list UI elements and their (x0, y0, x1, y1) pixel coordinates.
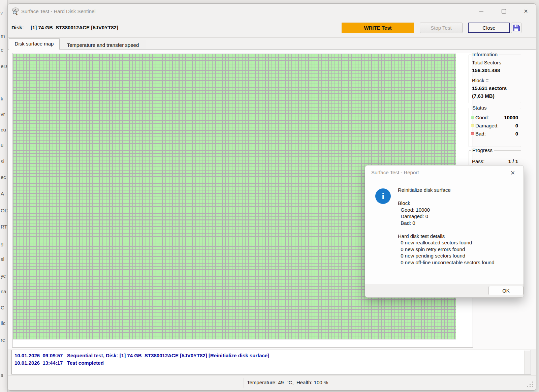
minimize-button[interactable] (475, 6, 488, 17)
block-label: Block = (472, 78, 518, 83)
status-group: Status Good: 10000 Damaged: 0 Bad: 0 (469, 108, 521, 147)
bg-text-fragment: vr (1, 111, 5, 117)
bg-text-fragment: g (1, 241, 3, 246)
bg-text-fragment: k (1, 96, 3, 101)
report-line: Good: 10000 (398, 207, 521, 213)
bg-text-fragment: e (1, 47, 3, 53)
progress-row-pass: Pass: 1 / 1 (471, 157, 518, 165)
screen: ˅ m e eD k vr cu u si ec A OD RT g sl yc… (0, 0, 539, 392)
report-line: 0 new spin retry errors found (398, 246, 521, 253)
report-line: Bad: 0 (398, 220, 521, 227)
damaged-value: 0 (515, 123, 518, 128)
disk-value: [1] 74 GB ST380012ACE [5JV0YT82] (31, 25, 118, 30)
bg-text-fragment: s (1, 372, 3, 378)
bg-text-fragment: m (1, 33, 5, 39)
bg-text-fragment: ec (1, 174, 6, 180)
temperature-health-status: Temperature: 49 °C, Health: 100 % (247, 380, 328, 385)
report-line: Damaged: 0 (398, 213, 521, 220)
report-line (398, 193, 521, 200)
dialog-close-button[interactable]: ✕ (509, 169, 517, 177)
bg-text-fragment: RT (1, 224, 7, 230)
report-body: Reinitialize disk surface Block Good: 10… (398, 187, 521, 266)
write-test-button[interactable]: WRITE Test (342, 23, 414, 33)
tab-temperature-transfer-speed[interactable]: Temperature and transfer speed (60, 40, 146, 50)
toolbar: Disk: [1] 74 GB ST380012ACE [5JV0YT82] W… (8, 19, 536, 38)
group-title: Status (471, 105, 488, 111)
total-sectors-value: 156.301.488 (472, 67, 518, 73)
ok-button[interactable]: OK (488, 286, 524, 295)
log-line: 10.01.2026 13:44:17 Test completed (14, 360, 104, 366)
report-line: Block (398, 200, 521, 207)
titlebar: Surface Test - Hard Disk Sentinel ✕ (8, 4, 536, 19)
bad-label: Bad: (475, 131, 486, 137)
divider (0, 367, 7, 367)
bg-text-fragment: yc (1, 273, 6, 279)
group-title: Information (471, 52, 499, 57)
report-line: Reinitialize disk surface (398, 187, 521, 193)
stop-test-button[interactable]: Stop Test (420, 23, 463, 33)
bg-text-fragment: rc (1, 337, 5, 343)
damaged-label: Damaged: (475, 123, 499, 128)
close-icon: ✕ (524, 9, 528, 14)
log-scrollbar[interactable] (524, 351, 530, 374)
surface-test-report-dialog: Surface Test - Report ✕ i Reinitialize d… (365, 165, 524, 298)
disk-label: Disk: (11, 25, 24, 30)
test-log: 10.01.2026 09:09:57 Sequential test, Dis… (11, 350, 531, 374)
minimize-icon (479, 11, 483, 11)
background-window-sliver: ˅ m e eD k vr cu u si ec A OD RT g sl yc… (0, 0, 8, 392)
bg-text-fragment: na (1, 289, 6, 294)
app-icon (11, 7, 20, 16)
good-value: 10000 (504, 115, 518, 120)
chevron-down-icon[interactable]: ˅ (0, 11, 3, 16)
divider (244, 378, 244, 388)
good-label: Good: (475, 115, 489, 120)
report-line: 0 new reallocated sectors found (398, 239, 521, 246)
status-row-damaged: Damaged: 0 (471, 122, 518, 129)
total-sectors-label: Total Sectors (472, 60, 518, 65)
information-group: Information Total Sectors 156.301.488 Bl… (469, 55, 521, 103)
bg-text-fragment: ilc (1, 320, 5, 326)
close-window-button[interactable]: ✕ (519, 6, 533, 17)
bad-value: 0 (515, 131, 518, 137)
damaged-swatch-icon (471, 124, 474, 127)
info-icon: i (375, 188, 391, 204)
bg-text-fragment: u (1, 142, 3, 148)
block-sectors-value: 15.631 sectors (472, 85, 518, 91)
bg-text-fragment: eD (1, 63, 7, 69)
good-swatch-icon (471, 116, 474, 119)
window-title: Surface Test - Hard Disk Sentinel (21, 8, 96, 14)
report-line: 0 new pending sectors found (398, 252, 521, 259)
bg-text-fragment: sl (1, 256, 4, 262)
bg-text-fragment: C (1, 305, 4, 310)
bg-text-fragment: si (1, 158, 4, 164)
dialog-title: Surface Test - Report (371, 170, 419, 175)
status-bar: Temperature: 49 °C, Health: 100 % (8, 375, 536, 390)
bg-text-fragment: cu (1, 127, 6, 132)
tab-disk-surface-map[interactable]: Disk surface map (9, 38, 60, 50)
floppy-save-icon (513, 24, 520, 31)
resize-grip[interactable] (532, 386, 533, 387)
report-line (398, 226, 521, 233)
pass-label: Pass: (472, 158, 485, 164)
save-report-button[interactable] (511, 23, 521, 33)
maximize-button[interactable] (497, 6, 510, 17)
bg-text-fragment: A (1, 191, 4, 197)
dialog-footer: OK (365, 284, 524, 297)
report-line: Hard disk test details (398, 233, 521, 240)
pass-value: 1 / 1 (508, 158, 518, 164)
status-row-good: Good: 10000 (471, 114, 518, 121)
group-title: Progress (471, 147, 494, 153)
report-line: 0 new off-line uncorrectable sectors fou… (398, 259, 521, 266)
bad-swatch-icon (471, 132, 474, 135)
log-line: 10.01.2026 09:09:57 Sequential test, Dis… (14, 353, 269, 358)
close-button[interactable]: Close (468, 23, 510, 33)
maximize-icon (502, 9, 506, 13)
block-size-value: (7,63 MB) (472, 93, 518, 99)
status-row-bad: Bad: 0 (471, 130, 518, 137)
